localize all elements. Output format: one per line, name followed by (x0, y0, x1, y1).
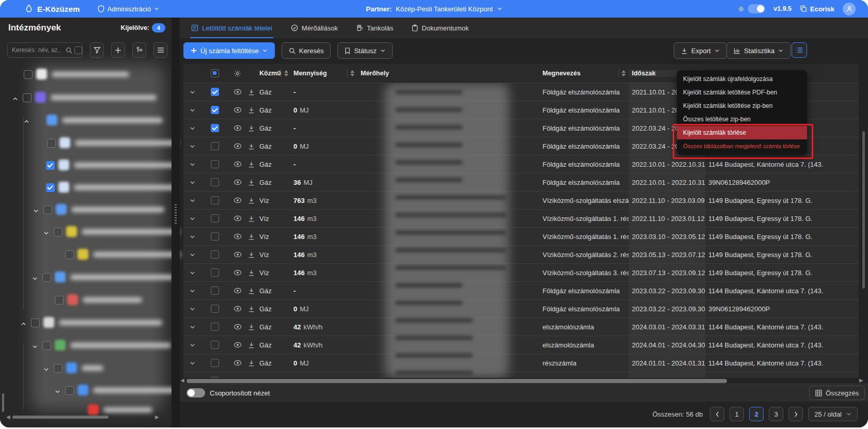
view-invoice-icon[interactable] (234, 288, 242, 294)
download-invoice-icon[interactable] (248, 288, 255, 294)
tree-item[interactable] (0, 137, 172, 149)
download-invoice-icon[interactable] (248, 107, 255, 114)
scroll-right-icon[interactable]: ▶ (859, 377, 863, 383)
row-checkbox[interactable] (211, 377, 219, 378)
view-invoice-icon[interactable] (234, 269, 242, 276)
download-invoice-icon[interactable] (248, 215, 255, 222)
scrollbar-thumb[interactable] (187, 379, 727, 383)
view-invoice-icon[interactable] (234, 251, 242, 258)
view-invoice-icon[interactable] (234, 143, 242, 149)
chevron-down-icon[interactable] (33, 206, 39, 216)
tree-checkbox[interactable] (31, 319, 40, 327)
row-checkbox[interactable] (211, 341, 219, 349)
expand-row-icon[interactable] (190, 180, 195, 185)
org-selector[interactable]: Ecorisk (800, 5, 834, 13)
tree-item[interactable] (0, 203, 172, 216)
tree-item[interactable] (0, 226, 172, 238)
sidebar-search-input[interactable] (8, 46, 66, 54)
download-invoice-icon[interactable] (248, 342, 255, 348)
tree-checkbox[interactable] (65, 386, 74, 395)
row-checkbox[interactable] (211, 214, 219, 223)
prev-page-button[interactable] (710, 407, 724, 421)
column-header-mennyiseg[interactable]: Mennyiség (289, 69, 358, 77)
admin-menu[interactable]: Adminisztráció (98, 5, 160, 13)
tree-item[interactable] (0, 384, 172, 396)
download-invoice-icon[interactable] (248, 378, 255, 378)
theme-toggle-track[interactable] (748, 4, 765, 13)
expand-row-icon[interactable] (190, 288, 195, 294)
scroll-left-icon[interactable]: ◀ (6, 414, 10, 420)
tab-dokumentumok[interactable]: Dokumentumok (412, 18, 469, 38)
page-button-2[interactable]: 2 (749, 407, 764, 421)
expand-row-icon[interactable] (190, 144, 195, 149)
view-invoice-icon[interactable] (234, 306, 242, 312)
menu-item-normal[interactable]: Kijelölt számlák letöltése PDF-ben (677, 86, 807, 99)
column-header-kozmu[interactable]: Közmű (257, 69, 289, 77)
tab-meroallasok[interactable]: Mérőállások (291, 18, 338, 38)
tree-item[interactable] (0, 294, 172, 306)
row-checkbox[interactable] (211, 196, 219, 204)
tree-item[interactable] (0, 181, 172, 194)
download-invoice-icon[interactable] (248, 161, 255, 168)
menu-item-normal[interactable]: Összes letöltése zip-ben (677, 113, 807, 126)
select-all-checkbox[interactable] (211, 69, 219, 77)
view-invoice-icon[interactable] (234, 215, 242, 221)
view-invoice-icon[interactable] (234, 233, 242, 240)
gear-icon[interactable] (234, 70, 241, 77)
column-header-merohely[interactable]: Mérőhely (358, 70, 539, 77)
resize-handle[interactable] (175, 204, 177, 225)
row-checkbox[interactable] (211, 250, 219, 259)
menu-item-normal[interactable]: Kijelölt számlák újrafeldolgozása (677, 72, 807, 86)
avatar[interactable] (843, 3, 856, 15)
tree-item[interactable] (0, 316, 172, 329)
row-checkbox[interactable] (211, 88, 219, 96)
scroll-right-icon[interactable]: ▶ (155, 414, 159, 420)
sort-icon[interactable] (622, 70, 626, 76)
tree-checkbox[interactable] (23, 93, 32, 102)
expand-row-icon[interactable] (190, 234, 195, 240)
tree-item[interactable] (0, 362, 172, 374)
sidebar-vertical-scrollbar[interactable] (2, 393, 4, 412)
sidebar-horizontal-scrollbar[interactable]: ◀ ▶ (0, 414, 172, 420)
tree-item[interactable] (0, 339, 172, 352)
tree-checkbox[interactable] (46, 183, 55, 192)
sort-icon[interactable] (284, 70, 288, 76)
view-invoice-icon[interactable] (234, 89, 242, 95)
tree-item[interactable] (0, 248, 172, 261)
view-invoice-icon[interactable] (234, 197, 242, 203)
tree-item[interactable] (0, 91, 172, 104)
tree-checkbox[interactable] (54, 228, 63, 236)
tree-item[interactable] (0, 114, 172, 126)
scroll-left-icon[interactable]: ◀ (180, 377, 184, 383)
page-button-3[interactable]: 3 (769, 407, 783, 421)
row-checkbox[interactable] (211, 178, 219, 186)
row-checkbox[interactable] (211, 305, 219, 313)
chevron-down-icon[interactable] (32, 342, 38, 352)
actions-menu-button[interactable] (792, 42, 807, 58)
next-page-button[interactable] (788, 407, 803, 421)
download-invoice-icon[interactable] (248, 89, 255, 96)
view-invoice-icon[interactable] (234, 179, 242, 185)
expand-row-icon[interactable] (190, 125, 195, 131)
view-invoice-icon[interactable] (234, 107, 242, 113)
grouped-view-toggle[interactable] (187, 388, 205, 398)
chevron-up-icon[interactable] (24, 117, 29, 126)
expand-row-icon[interactable] (190, 306, 195, 312)
tree-item[interactable] (0, 271, 172, 283)
expand-row-icon[interactable] (190, 216, 195, 221)
tree-checkbox[interactable] (65, 250, 74, 259)
tree-checkbox[interactable] (47, 139, 56, 148)
status-button[interactable]: Státusz (337, 42, 392, 59)
expand-row-icon[interactable] (190, 107, 195, 113)
partner-selector[interactable]: Partner: Közép-Pesti Tankerületi Központ (366, 0, 502, 18)
table-vertical-scrollbar[interactable] (862, 131, 865, 289)
menu-item-danger-text[interactable]: Összes táblázatban megjelenő számla törl… (677, 139, 807, 153)
download-invoice-icon[interactable] (248, 179, 255, 186)
chevron-down-icon[interactable] (43, 229, 49, 238)
list-view-button[interactable] (153, 42, 167, 58)
row-checkbox[interactable] (211, 287, 219, 295)
view-invoice-icon[interactable] (234, 360, 242, 366)
tree-checkbox[interactable] (43, 205, 52, 214)
table-horizontal-scrollbar[interactable]: ◀ ▶ (183, 378, 859, 384)
menu-item-normal[interactable]: Kijelölt számlák letöltése zip-ben (677, 99, 807, 113)
